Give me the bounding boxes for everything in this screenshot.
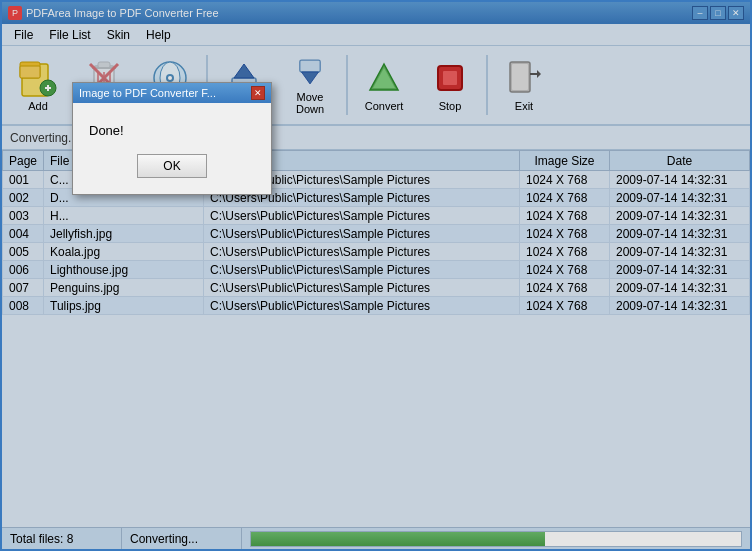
modal-title-bar: Image to PDF Converter F... ✕ — [73, 83, 271, 103]
modal-overlay: Image to PDF Converter F... ✕ Done! OK — [2, 2, 750, 549]
modal-title: Image to PDF Converter F... — [79, 87, 216, 99]
modal-close-button[interactable]: ✕ — [251, 86, 265, 100]
modal-message: Done! — [89, 123, 255, 138]
modal-dialog: Image to PDF Converter F... ✕ Done! OK — [72, 82, 272, 195]
modal-ok-button[interactable]: OK — [137, 154, 207, 178]
modal-body: Done! OK — [73, 103, 271, 194]
app-window: P PDFArea Image to PDF Converter Free – … — [0, 0, 752, 551]
